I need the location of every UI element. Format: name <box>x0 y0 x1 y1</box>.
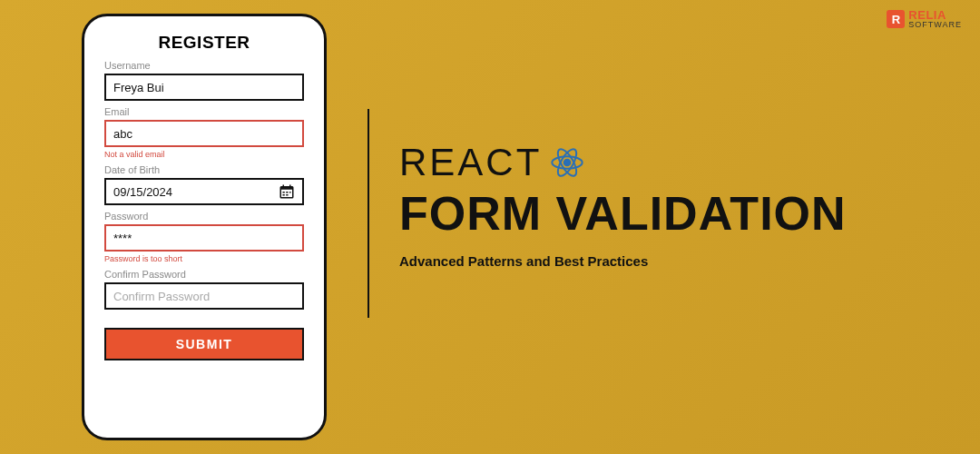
password-label: Password <box>104 211 304 222</box>
svg-point-9 <box>564 160 571 166</box>
svg-rect-2 <box>283 185 285 189</box>
svg-rect-6 <box>289 192 291 193</box>
headline-sub: Advanced Patterns and Best Practices <box>399 253 847 269</box>
brand-logo: RELIA SOFTWARE <box>887 9 962 29</box>
dob-label: Date of Birth <box>104 164 304 175</box>
email-error: Not a valid email <box>104 150 304 159</box>
dob-field: Date of Birth 09/15/2024 <box>104 164 304 205</box>
register-card: REGISTER Username Freya Bui Email abc No… <box>82 14 327 440</box>
confirm-label: Confirm Password <box>104 269 304 280</box>
confirm-input[interactable]: Confirm Password <box>104 282 304 310</box>
submit-button[interactable]: SUBMIT <box>104 328 304 360</box>
relia-logo-icon <box>887 10 905 28</box>
svg-rect-3 <box>289 185 291 189</box>
svg-rect-8 <box>286 194 288 196</box>
email-label: Email <box>104 106 304 117</box>
email-field: Email abc Not a valid email <box>104 106 304 159</box>
svg-rect-5 <box>286 192 288 193</box>
vertical-divider <box>368 109 369 318</box>
react-icon <box>549 144 585 181</box>
password-error: Password is too short <box>104 254 304 263</box>
brand-logo-text: RELIA SOFTWARE <box>908 9 962 29</box>
username-field: Username Freya Bui <box>104 60 304 101</box>
svg-rect-4 <box>283 192 285 193</box>
headline-main: FORM VALIDATION <box>399 186 847 241</box>
email-input[interactable]: abc <box>104 120 304 147</box>
svg-rect-7 <box>283 194 285 196</box>
confirm-field: Confirm Password Confirm Password <box>104 269 304 310</box>
password-input[interactable]: **** <box>104 224 304 252</box>
dob-input[interactable]: 09/15/2024 <box>104 178 304 205</box>
headline-block: REACT FORM VALIDATION Advanced Patterns … <box>399 141 847 269</box>
card-title: REGISTER <box>104 33 304 53</box>
password-field: Password **** Password is too short <box>104 211 304 263</box>
calendar-icon[interactable] <box>279 183 295 200</box>
username-input[interactable]: Freya Bui <box>104 74 304 101</box>
svg-rect-1 <box>280 187 293 190</box>
username-label: Username <box>104 60 304 71</box>
react-text: REACT <box>399 141 542 184</box>
headline-top-row: REACT <box>399 141 847 184</box>
